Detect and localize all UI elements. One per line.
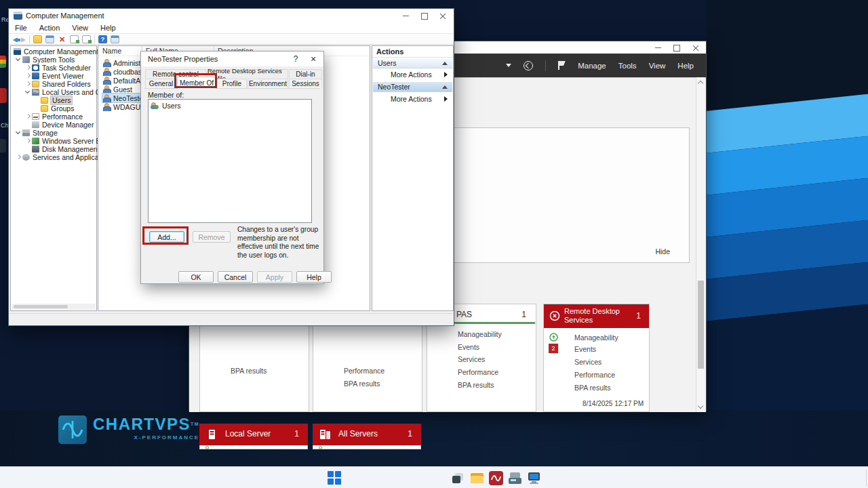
show-console-tree-icon[interactable] [45, 35, 54, 43]
tree-item-shared-folders[interactable]: Shared Folders [12, 80, 91, 88]
delete-icon[interactable]: ✕ [58, 35, 66, 43]
file-explorer-button[interactable] [468, 467, 486, 488]
menu-tools[interactable]: Tools [618, 62, 637, 70]
cancel-button[interactable]: Cancel [218, 271, 253, 283]
ok-button[interactable]: OK [178, 271, 214, 283]
close-button[interactable] [687, 43, 705, 53]
close-button[interactable] [434, 11, 452, 21]
tab-profile[interactable]: Profile [217, 79, 247, 88]
tile-item[interactable]: Services [574, 358, 601, 366]
neotester-more-actions[interactable]: More Actions [373, 94, 452, 104]
rds-tile-header[interactable]: Remote Desktop Services 1 [544, 304, 649, 328]
all-servers-tile[interactable]: All Servers 1 [313, 424, 421, 445]
users-more-actions[interactable]: More Actions [373, 70, 452, 79]
chevron-closed-icon[interactable] [24, 113, 32, 120]
tile-item[interactable]: Events [574, 345, 596, 353]
tile-item[interactable]: Performance [574, 371, 615, 379]
computer-management-button[interactable] [525, 467, 542, 488]
rds-tile-title[interactable]: Remote Desktop Services [564, 307, 629, 325]
maximize-button[interactable] [668, 43, 686, 53]
minimize-button[interactable] [649, 43, 667, 53]
red-wave-app-button[interactable] [487, 467, 505, 488]
chevron-closed-icon[interactable] [24, 138, 32, 144]
tile-item[interactable]: Services [458, 355, 485, 363]
tab-general[interactable]: General [145, 79, 177, 88]
console-window-icon[interactable] [111, 35, 119, 43]
tree-item-users[interactable]: Users [12, 96, 72, 104]
scrollbar-thumb[interactable] [698, 281, 704, 369]
browser-icon-partial[interactable] [0, 56, 6, 68]
chevron-closed-icon[interactable] [24, 64, 32, 71]
tree-item-event-viewer[interactable]: Event Viewer [12, 72, 84, 80]
tree-item-storage[interactable]: Storage [12, 129, 58, 137]
menu-manage[interactable]: Manage [578, 62, 606, 70]
tree-item-performance[interactable]: Performance [12, 113, 83, 121]
tab-environment[interactable]: Environment [248, 79, 288, 88]
collapse-icon[interactable] [442, 85, 448, 89]
menu-view[interactable]: View [649, 62, 666, 70]
tile-item[interactable]: BPA results [458, 381, 494, 389]
local-server-tile[interactable]: Local Server 1 [199, 424, 308, 445]
remove-button[interactable]: Remove [193, 231, 231, 243]
dialog-close-button[interactable]: × [304, 52, 322, 66]
rds-tile[interactable]: Remote Desktop Services 1 Manageability … [543, 304, 650, 412]
tree-item-disk-management[interactable]: Disk Management [12, 145, 100, 153]
pas-tile-title[interactable]: PAS [456, 310, 472, 319]
column-name[interactable]: Name [102, 46, 121, 56]
help-button[interactable]: Help [296, 271, 332, 283]
chevron-open-icon[interactable] [24, 89, 32, 96]
chevron-closed-icon[interactable] [15, 154, 22, 161]
scrollbar[interactable] [696, 77, 705, 412]
tree-item-task-scheduler[interactable]: Task Scheduler [12, 64, 91, 72]
all-servers-title[interactable]: All Servers [338, 429, 378, 439]
task-view-button[interactable] [449, 467, 467, 488]
chrome-label[interactable]: Ch [1, 122, 9, 129]
tab-sessions[interactable]: Sessions [289, 79, 322, 88]
chevron-open-icon[interactable] [15, 56, 22, 63]
menu-help[interactable]: Help [677, 62, 694, 70]
up-folder-icon[interactable] [33, 35, 42, 43]
notifications-flag-icon[interactable] [558, 61, 566, 70]
member-users-item[interactable]: Users [151, 102, 180, 110]
chevron-closed-icon[interactable] [24, 73, 32, 79]
hide-link[interactable]: Hide [655, 247, 670, 256]
chevron-down-icon[interactable] [506, 64, 511, 67]
tree-item-device-manager[interactable]: Device Manager [12, 121, 94, 129]
actions-group-users[interactable]: Users [373, 58, 452, 68]
tile-item[interactable]: Manageability [574, 333, 618, 342]
tile-item[interactable]: BPA results [344, 380, 380, 388]
chevron-closed-icon[interactable] [24, 81, 32, 87]
show-desktop-divider[interactable] [866, 470, 867, 486]
h-scrollbar[interactable] [12, 304, 96, 310]
local-server-title[interactable]: Local Server [225, 429, 271, 439]
tile-item[interactable]: Events [458, 343, 479, 351]
menu-file[interactable]: File [9, 24, 33, 32]
tab-dial-in[interactable]: Dial-in [289, 69, 322, 79]
apply-button[interactable]: Apply [257, 271, 292, 283]
tile-item[interactable]: Performance [344, 367, 384, 375]
minimize-button[interactable] [397, 11, 414, 21]
refresh-icon[interactable] [524, 61, 533, 70]
tile-item[interactable]: Performance [458, 368, 498, 376]
properties-icon[interactable] [70, 35, 79, 43]
tree-item-groups[interactable]: Groups [12, 104, 74, 113]
back-icon[interactable] [13, 37, 18, 43]
app-icon-partial[interactable] [0, 88, 7, 103]
h-scrollbar-thumb[interactable] [14, 305, 68, 308]
forward-icon[interactable] [21, 37, 26, 43]
tile-item[interactable]: BPA results [574, 384, 611, 392]
member-of-listbox[interactable]: Users [148, 99, 312, 223]
maximize-button[interactable] [416, 11, 433, 21]
tab-rds-profile[interactable]: Remote Desktop Services Profile [207, 69, 288, 79]
tree-item-system-tools[interactable]: System Tools [12, 56, 75, 64]
menu-action[interactable]: Action [33, 24, 66, 32]
chevron-open-icon[interactable] [15, 129, 22, 136]
server-manager-button[interactable] [506, 467, 524, 488]
tile-item[interactable]: BPA results [231, 367, 267, 375]
menu-view[interactable]: View [66, 24, 94, 32]
help-icon[interactable]: ? [98, 35, 107, 43]
collapse-icon[interactable] [442, 62, 448, 65]
dialog-help-button[interactable]: ? [287, 52, 304, 66]
app-icon-partial-2[interactable] [0, 139, 6, 152]
export-list-icon[interactable] [82, 35, 91, 43]
